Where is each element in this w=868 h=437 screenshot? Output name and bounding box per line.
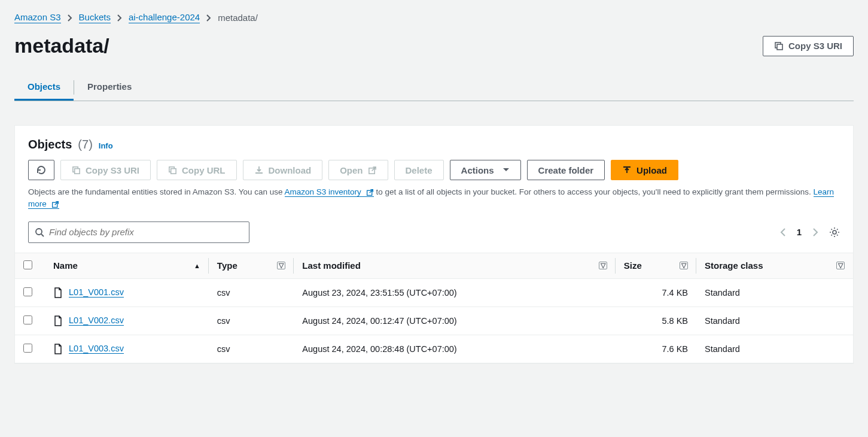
column-last-modified[interactable]: Last modified ▽: [294, 253, 616, 278]
breadcrumb: Amazon S3 Buckets ai-challenge-2024 meta…: [14, 12, 854, 23]
file-icon: [53, 287, 63, 298]
file-type: csv: [209, 278, 294, 306]
column-name-label: Name: [53, 260, 78, 271]
s3-inventory-link[interactable]: Amazon S3 inventory: [285, 187, 374, 197]
column-last-modified-label: Last modified: [302, 260, 361, 271]
file-name-link[interactable]: L01_V001.csv: [69, 287, 124, 298]
filter-icon: ▽: [680, 262, 688, 269]
create-folder-button[interactable]: Create folder: [527, 160, 605, 180]
copy-url-button[interactable]: Copy URL: [157, 160, 237, 180]
upload-icon: [622, 165, 632, 175]
filter-icon: ▽: [277, 262, 285, 269]
svg-rect-3: [75, 168, 80, 173]
filter-icon: ▽: [836, 262, 845, 269]
file-type: csv: [209, 306, 294, 335]
refresh-button[interactable]: [28, 160, 54, 180]
sort-asc-icon: ▲: [194, 262, 200, 269]
svg-rect-1: [777, 44, 782, 50]
external-link-icon: [366, 189, 374, 196]
section-title: Objects: [28, 138, 72, 151]
chevron-right-icon: [206, 14, 212, 22]
file-icon: [53, 315, 63, 326]
breadcrumb-bucket[interactable]: ai-challenge-2024: [129, 12, 200, 23]
prev-page-button[interactable]: [780, 227, 786, 237]
copy-url-label: Copy URL: [182, 165, 226, 175]
delete-label: Delete: [406, 165, 433, 175]
file-size: 7.4 KB: [616, 278, 696, 306]
row-checkbox[interactable]: [23, 344, 32, 353]
column-storage-class-label: Storage class: [705, 260, 763, 271]
tab-objects[interactable]: Objects: [14, 74, 74, 101]
file-name-link[interactable]: L01_V002.csv: [69, 315, 124, 326]
help-text-pre: Objects are the fundamental entities sto…: [28, 187, 285, 196]
next-page-button[interactable]: [812, 227, 818, 237]
column-name[interactable]: Name ▲: [45, 253, 209, 278]
search-input[interactable]: [49, 227, 243, 237]
tabs: Objects Properties: [14, 74, 854, 101]
actions-label: Actions: [461, 165, 494, 175]
objects-panel: Objects (7) Info Copy S3 URI: [14, 125, 854, 364]
create-folder-label: Create folder: [538, 165, 594, 175]
settings-button[interactable]: [829, 227, 840, 238]
breadcrumb-current: metadata/: [218, 13, 258, 23]
pager: 1: [780, 227, 840, 238]
file-size: 7.6 KB: [616, 335, 696, 363]
page-number: 1: [797, 227, 802, 237]
copy-s3-uri-button[interactable]: Copy S3 URI: [763, 36, 854, 56]
row-checkbox[interactable]: [23, 315, 32, 324]
column-type-label: Type: [217, 260, 237, 271]
svg-rect-5: [171, 168, 176, 173]
row-checkbox[interactable]: [23, 287, 32, 296]
breadcrumb-buckets[interactable]: Buckets: [79, 12, 111, 23]
download-button[interactable]: Download: [243, 160, 323, 180]
table-row: L01_V003.csvcsvAugust 24, 2024, 00:28:48…: [15, 335, 853, 363]
download-icon: [254, 165, 264, 175]
search-icon: [35, 227, 44, 237]
file-modified: August 23, 2024, 23:51:55 (UTC+07:00): [294, 278, 616, 306]
file-storage-class: Standard: [696, 278, 853, 306]
file-icon: [53, 344, 63, 354]
file-storage-class: Standard: [696, 306, 853, 335]
chevron-right-icon: [67, 14, 73, 22]
column-select: [15, 253, 45, 278]
open-button[interactable]: Open: [328, 160, 388, 180]
toolbar: Copy S3 URI Copy URL Download Open: [28, 160, 840, 180]
copy-s3-uri-label: Copy S3 URI: [86, 165, 139, 175]
search-input-wrapper[interactable]: [28, 221, 249, 243]
external-link-icon: [51, 201, 59, 208]
table-row: L01_V002.csvcsvAugust 24, 2024, 00:12:47…: [15, 306, 853, 335]
copy-icon: [774, 41, 784, 51]
help-text: Objects are the fundamental entities sto…: [28, 186, 840, 211]
refresh-icon: [36, 165, 47, 175]
info-link[interactable]: Info: [99, 141, 113, 150]
file-storage-class: Standard: [696, 335, 853, 363]
section-count: (7): [78, 138, 92, 151]
objects-table: Name ▲ Type ▽ Last modified ▽: [15, 253, 853, 363]
file-name-link[interactable]: L01_V003.csv: [69, 344, 124, 354]
page-title: metadata/: [14, 34, 109, 57]
column-type[interactable]: Type ▽: [209, 253, 294, 278]
svg-point-10: [833, 230, 836, 234]
column-storage-class[interactable]: Storage class ▽: [696, 253, 853, 278]
copy-icon: [168, 166, 177, 175]
delete-button[interactable]: Delete: [394, 160, 444, 180]
upload-label: Upload: [636, 165, 667, 175]
select-all-checkbox[interactable]: [23, 260, 32, 269]
actions-button[interactable]: Actions: [450, 160, 521, 180]
copy-s3-uri-label: Copy S3 URI: [788, 41, 842, 51]
external-link-icon: [368, 166, 377, 175]
file-modified: August 24, 2024, 00:28:48 (UTC+07:00): [294, 335, 616, 363]
upload-button[interactable]: Upload: [611, 160, 678, 180]
chevron-right-icon: [117, 14, 123, 22]
open-label: Open: [340, 165, 363, 175]
column-size[interactable]: Size ▽: [616, 253, 696, 278]
breadcrumb-root[interactable]: Amazon S3: [14, 12, 61, 23]
copy-s3-uri-button-toolbar[interactable]: Copy S3 URI: [60, 160, 151, 180]
file-type: csv: [209, 335, 294, 363]
gear-icon: [829, 227, 840, 238]
caret-down-icon: [502, 168, 510, 172]
copy-icon: [72, 166, 81, 175]
tab-properties[interactable]: Properties: [74, 74, 145, 101]
help-text-mid: to get a list of all objects in your buc…: [374, 187, 814, 196]
table-row: L01_V001.csvcsvAugust 23, 2024, 23:51:55…: [15, 278, 853, 306]
